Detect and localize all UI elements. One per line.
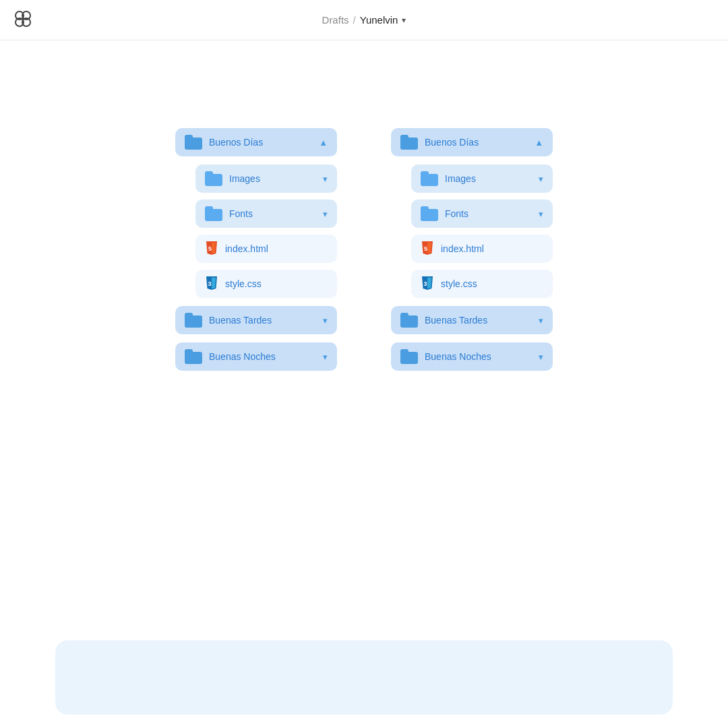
folder-left-inner: Buenos Días: [400, 135, 479, 150]
folder-name: Fonts: [229, 208, 253, 219]
folder-icon: [205, 206, 222, 221]
chevron-down-icon: ▾: [323, 209, 328, 219]
folder-fonts-left[interactable]: Fonts ▾: [195, 200, 337, 228]
bottom-panel: [55, 640, 673, 715]
folder-icon: [185, 349, 202, 364]
html5-icon: 5: [421, 241, 434, 256]
folder-left-inner: Buenas Tardes: [400, 313, 487, 328]
chevron-up-icon: ▲: [319, 138, 328, 148]
folder-icon: [400, 349, 418, 364]
svg-text:5: 5: [424, 245, 427, 252]
folder-left-inner: Images: [205, 171, 260, 186]
chevron-down-icon: ▾: [539, 352, 543, 362]
folder-name: Buenos Días: [209, 137, 263, 148]
folder-name: Fonts: [445, 208, 468, 219]
buenos-dias-children-right: Images ▾ Fonts ▾: [391, 164, 553, 298]
left-column: Buenos Días ▲ Images ▾: [175, 128, 337, 371]
breadcrumb: Drafts / Yunelvin ▾: [322, 14, 406, 26]
folder-buenos-dias-right[interactable]: Buenos Días ▲: [391, 128, 553, 156]
css3-icon: 3: [421, 276, 434, 291]
folder-icon: [185, 135, 202, 150]
folder-buenas-tardes-right[interactable]: Buenas Tardes ▾: [391, 306, 553, 334]
css3-icon: 3: [205, 276, 218, 291]
folder-left-inner: Buenos Días: [185, 135, 263, 150]
chevron-down-icon: ▾: [539, 209, 543, 219]
folder-buenas-noches-left[interactable]: Buenas Noches ▾: [175, 342, 337, 371]
folder-icon: [421, 206, 438, 221]
folder-left-inner: Images: [421, 171, 476, 186]
folder-left-inner: Fonts: [421, 206, 468, 221]
folder-buenas-tardes-left[interactable]: Buenas Tardes ▾: [175, 306, 337, 334]
buenos-dias-children-left: Images ▾ Fonts ▾: [175, 164, 337, 298]
file-name: style.css: [441, 278, 477, 289]
folder-fonts-right[interactable]: Fonts ▾: [411, 200, 553, 228]
file-style-css-right[interactable]: 3 style.css: [411, 270, 553, 298]
folder-buenas-noches-right[interactable]: Buenas Noches ▾: [391, 342, 553, 371]
folder-images-right[interactable]: Images ▾: [411, 164, 553, 193]
file-name: style.css: [225, 278, 262, 289]
svg-text:3: 3: [208, 280, 212, 287]
chevron-down-icon: ▾: [539, 174, 543, 184]
svg-text:3: 3: [424, 280, 427, 287]
right-column: Buenos Días ▲ Images ▾: [391, 128, 553, 371]
folder-name: Buenas Tardes: [209, 315, 272, 326]
drafts-label[interactable]: Drafts: [322, 14, 349, 26]
app-logo[interactable]: [13, 9, 32, 31]
folder-name: Buenas Noches: [425, 351, 491, 362]
svg-text:5: 5: [208, 245, 212, 252]
folder-icon: [421, 171, 438, 186]
folder-icon: [185, 313, 202, 328]
chevron-down-icon: ▾: [323, 352, 328, 362]
folder-left-inner: Buenas Noches: [400, 349, 491, 364]
chevron-up-icon: ▲: [535, 138, 543, 148]
chevron-down-icon: ▾: [323, 174, 328, 184]
file-name: index.html: [441, 243, 484, 254]
file-index-html-right[interactable]: 5 index.html: [411, 235, 553, 263]
project-name[interactable]: Yunelvin: [360, 14, 398, 26]
folder-name: Buenas Tardes: [425, 315, 487, 326]
main-content: Buenos Días ▲ Images ▾: [0, 40, 728, 398]
folder-name: Images: [445, 173, 476, 184]
folder-left-inner: Fonts: [205, 206, 253, 221]
folder-left-inner: Buenas Tardes: [185, 313, 272, 328]
folder-name: Buenas Noches: [209, 351, 276, 362]
folder-buenos-dias-left[interactable]: Buenos Días ▲: [175, 128, 337, 156]
folder-images-left[interactable]: Images ▾: [195, 164, 337, 193]
folder-icon: [400, 135, 418, 150]
file-name: index.html: [225, 243, 268, 254]
html5-icon: 5: [205, 241, 218, 256]
file-style-css-left[interactable]: 3 style.css: [195, 270, 337, 298]
folder-left-inner: Buenas Noches: [185, 349, 276, 364]
folder-name: Buenos Días: [425, 137, 479, 148]
topbar: Drafts / Yunelvin ▾: [0, 0, 728, 40]
breadcrumb-separator: /: [353, 14, 356, 26]
folder-icon: [400, 313, 418, 328]
file-index-html-left[interactable]: 5 index.html: [195, 235, 337, 263]
project-dropdown-chevron[interactable]: ▾: [402, 16, 406, 25]
folder-icon: [205, 171, 222, 186]
chevron-down-icon: ▾: [539, 315, 543, 326]
folder-name: Images: [229, 173, 260, 184]
chevron-down-icon: ▾: [323, 315, 328, 326]
